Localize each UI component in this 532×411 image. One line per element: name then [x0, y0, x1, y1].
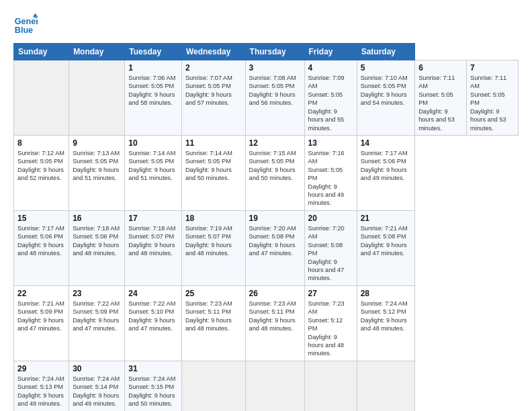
day-header-monday: Monday	[69, 44, 125, 60]
day-info: Sunrise: 7:23 AMSunset: 5:11 PMDaylight:…	[249, 300, 296, 332]
day-number: 17	[128, 214, 178, 223]
day-info: Sunrise: 7:17 AMSunset: 5:06 PMDaylight:…	[17, 225, 64, 257]
day-number: 6	[418, 63, 463, 73]
day-number: 18	[185, 214, 242, 223]
day-info: Sunrise: 7:16 AMSunset: 5:05 PMDaylight:…	[308, 150, 345, 207]
day-info: Sunrise: 7:11 AMSunset: 5:05 PMDaylight:…	[418, 75, 455, 132]
week-row-1: 1Sunrise: 7:06 AMSunset: 5:05 PMDaylight…	[14, 60, 519, 136]
day-info: Sunrise: 7:17 AMSunset: 5:06 PMDaylight:…	[361, 150, 408, 181]
calendar-cell: 4Sunrise: 7:09 AMSunset: 5:05 PMDaylight…	[304, 60, 357, 136]
calendar-cell: 29Sunrise: 7:24 AMSunset: 5:13 PMDayligh…	[14, 361, 69, 411]
day-info: Sunrise: 7:13 AMSunset: 5:05 PMDaylight:…	[73, 150, 120, 181]
calendar-cell: 24Sunrise: 7:22 AMSunset: 5:10 PMDayligh…	[125, 285, 182, 361]
day-info: Sunrise: 7:20 AMSunset: 5:08 PMDaylight:…	[249, 225, 296, 257]
calendar-cell: 15Sunrise: 7:17 AMSunset: 5:06 PMDayligh…	[14, 210, 69, 285]
calendar-cell: 31Sunrise: 7:24 AMSunset: 5:15 PMDayligh…	[125, 361, 182, 411]
day-number: 23	[73, 289, 121, 298]
calendar-table: SundayMondayTuesdayWednesdayThursdayFrid…	[13, 43, 519, 411]
day-info: Sunrise: 7:14 AMSunset: 5:05 PMDaylight:…	[128, 150, 175, 181]
calendar-cell: 13Sunrise: 7:16 AMSunset: 5:05 PMDayligh…	[304, 135, 357, 210]
calendar-cell: 21Sunrise: 7:21 AMSunset: 5:08 PMDayligh…	[357, 210, 414, 285]
calendar-cell: 20Sunrise: 7:20 AMSunset: 5:08 PMDayligh…	[304, 210, 357, 285]
calendar-cell: 5Sunrise: 7:10 AMSunset: 5:05 PMDaylight…	[357, 60, 414, 136]
day-info: Sunrise: 7:24 AMSunset: 5:13 PMDaylight:…	[17, 375, 64, 407]
logo-icon: General Blue	[13, 12, 38, 36]
day-number: 16	[73, 214, 121, 223]
calendar-body: 1Sunrise: 7:06 AMSunset: 5:05 PMDaylight…	[14, 60, 519, 412]
day-info: Sunrise: 7:24 AMSunset: 5:12 PMDaylight:…	[361, 300, 408, 332]
day-number: 4	[308, 63, 353, 73]
calendar-cell: 9Sunrise: 7:13 AMSunset: 5:05 PMDaylight…	[69, 135, 125, 210]
calendar-cell: 28Sunrise: 7:24 AMSunset: 5:12 PMDayligh…	[357, 285, 414, 361]
day-number: 10	[128, 138, 178, 148]
calendar-header-row: SundayMondayTuesdayWednesdayThursdayFrid…	[14, 44, 519, 60]
day-info: Sunrise: 7:11 AMSunset: 5:05 PMDaylight:…	[470, 75, 506, 132]
day-number: 24	[128, 289, 178, 298]
day-info: Sunrise: 7:24 AMSunset: 5:14 PMDaylight:…	[73, 375, 120, 407]
calendar-cell: 27Sunrise: 7:23 AMSunset: 5:12 PMDayligh…	[304, 285, 357, 361]
day-number: 19	[249, 214, 301, 223]
day-number: 15	[17, 214, 65, 223]
calendar-cell: 18Sunrise: 7:19 AMSunset: 5:07 PMDayligh…	[181, 210, 245, 285]
day-info: Sunrise: 7:10 AMSunset: 5:05 PMDaylight:…	[361, 75, 408, 106]
calendar-cell: 23Sunrise: 7:22 AMSunset: 5:09 PMDayligh…	[69, 285, 125, 361]
calendar-cell: 8Sunrise: 7:12 AMSunset: 5:05 PMDaylight…	[14, 135, 69, 210]
day-info: Sunrise: 7:18 AMSunset: 5:06 PMDaylight:…	[73, 225, 120, 257]
svg-text:Blue: Blue	[15, 26, 33, 35]
day-header-wednesday: Wednesday	[181, 44, 245, 60]
calendar-cell: 16Sunrise: 7:18 AMSunset: 5:06 PMDayligh…	[69, 210, 125, 285]
day-number: 22	[17, 289, 65, 298]
calendar-cell	[69, 60, 125, 136]
calendar-cell: 1Sunrise: 7:06 AMSunset: 5:05 PMDaylight…	[125, 60, 182, 136]
day-number: 13	[308, 138, 353, 148]
day-info: Sunrise: 7:14 AMSunset: 5:05 PMDaylight:…	[185, 150, 232, 181]
day-info: Sunrise: 7:21 AMSunset: 5:09 PMDaylight:…	[17, 300, 64, 332]
day-number: 12	[249, 138, 301, 148]
calendar-cell: 7Sunrise: 7:11 AMSunset: 5:05 PMDaylight…	[467, 60, 519, 136]
day-number: 7	[470, 63, 515, 73]
header: General Blue	[13, 12, 519, 36]
week-row-3: 15Sunrise: 7:17 AMSunset: 5:06 PMDayligh…	[14, 210, 519, 285]
day-info: Sunrise: 7:12 AMSunset: 5:05 PMDaylight:…	[17, 150, 64, 181]
calendar-cell	[245, 361, 304, 411]
calendar-cell: 25Sunrise: 7:23 AMSunset: 5:11 PMDayligh…	[181, 285, 245, 361]
day-header-thursday: Thursday	[245, 44, 304, 60]
day-info: Sunrise: 7:09 AMSunset: 5:05 PMDaylight:…	[308, 75, 345, 132]
day-header-tuesday: Tuesday	[125, 44, 182, 60]
day-header-friday: Friday	[304, 44, 357, 60]
calendar-cell: 6Sunrise: 7:11 AMSunset: 5:05 PMDaylight…	[415, 60, 467, 136]
calendar-cell: 2Sunrise: 7:07 AMSunset: 5:05 PMDaylight…	[181, 60, 245, 136]
day-number: 28	[361, 289, 411, 298]
day-number: 30	[73, 364, 121, 373]
day-number: 14	[361, 138, 411, 148]
calendar-cell	[304, 361, 357, 411]
calendar-cell: 3Sunrise: 7:08 AMSunset: 5:05 PMDaylight…	[245, 60, 304, 136]
day-number: 9	[73, 138, 121, 148]
day-number: 8	[17, 138, 65, 148]
day-info: Sunrise: 7:20 AMSunset: 5:08 PMDaylight:…	[308, 225, 345, 282]
day-number: 11	[185, 138, 242, 148]
calendar-page: General Blue SundayMondayTuesdayWednesda…	[0, 0, 532, 411]
day-info: Sunrise: 7:18 AMSunset: 5:07 PMDaylight:…	[128, 225, 175, 257]
day-info: Sunrise: 7:06 AMSunset: 5:05 PMDaylight:…	[128, 75, 175, 106]
day-info: Sunrise: 7:22 AMSunset: 5:09 PMDaylight:…	[73, 300, 120, 332]
day-number: 25	[185, 289, 242, 298]
week-row-2: 8Sunrise: 7:12 AMSunset: 5:05 PMDaylight…	[14, 135, 519, 210]
calendar-cell: 22Sunrise: 7:21 AMSunset: 5:09 PMDayligh…	[14, 285, 69, 361]
week-row-4: 22Sunrise: 7:21 AMSunset: 5:09 PMDayligh…	[14, 285, 519, 361]
day-number: 31	[128, 364, 178, 373]
calendar-cell: 12Sunrise: 7:15 AMSunset: 5:05 PMDayligh…	[245, 135, 304, 210]
day-number: 27	[308, 289, 353, 298]
day-header-sunday: Sunday	[14, 44, 69, 60]
calendar-cell	[181, 361, 245, 411]
calendar-cell: 14Sunrise: 7:17 AMSunset: 5:06 PMDayligh…	[357, 135, 414, 210]
day-number: 1	[128, 63, 178, 73]
day-info: Sunrise: 7:15 AMSunset: 5:05 PMDaylight:…	[249, 150, 296, 181]
day-number: 20	[308, 214, 353, 223]
day-info: Sunrise: 7:22 AMSunset: 5:10 PMDaylight:…	[128, 300, 175, 332]
calendar-cell: 19Sunrise: 7:20 AMSunset: 5:08 PMDayligh…	[245, 210, 304, 285]
day-number: 26	[249, 289, 301, 298]
calendar-cell	[357, 361, 414, 411]
calendar-cell: 11Sunrise: 7:14 AMSunset: 5:05 PMDayligh…	[181, 135, 245, 210]
calendar-cell: 10Sunrise: 7:14 AMSunset: 5:05 PMDayligh…	[125, 135, 182, 210]
